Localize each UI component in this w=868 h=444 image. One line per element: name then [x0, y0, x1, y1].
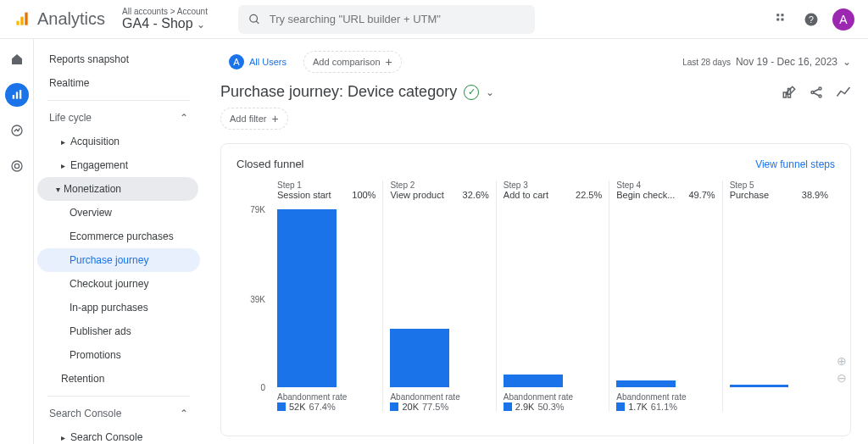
sidebar-promotions[interactable]: Promotions — [37, 343, 200, 367]
search-icon — [248, 13, 261, 26]
sidebar-search-console-sub[interactable]: Search Console — [37, 425, 200, 444]
rail-explore[interactable] — [5, 119, 29, 142]
step-header: Step 3 Add to cart22.5% — [504, 180, 602, 209]
legend-square-icon — [277, 402, 286, 411]
bar-area — [504, 209, 602, 387]
legend-square-icon — [390, 402, 398, 411]
logo[interactable]: Analytics — [14, 9, 105, 29]
funnel-step: Step 1 Session start100% Abandonment rat… — [270, 180, 382, 412]
chevron-up-icon — [180, 408, 188, 419]
legend-square-icon — [504, 402, 512, 411]
svg-rect-1 — [20, 16, 23, 25]
date-range: Nov 19 - Dec 16, 2023 — [736, 56, 837, 68]
svg-rect-12 — [15, 92, 17, 99]
step-header: Step 2 View product32.6% — [390, 180, 488, 209]
sidebar: Reports snapshot Realtime Life cycle Acq… — [34, 39, 203, 444]
step-number: Step 1 — [277, 180, 376, 190]
divider — [47, 396, 190, 397]
search-input[interactable] — [270, 13, 525, 25]
zoom-out-icon[interactable]: ⊖ — [837, 371, 847, 385]
step-completion: 38.9% — [802, 190, 828, 200]
sidebar-realtime[interactable]: Realtime — [37, 71, 200, 95]
svg-text:?: ? — [809, 14, 814, 24]
chevron-down-icon[interactable] — [486, 86, 494, 98]
abandon-label: Abandonment rate — [390, 392, 488, 402]
zoom-in-icon[interactable]: ⊕ — [837, 354, 847, 368]
plus-icon — [271, 112, 278, 125]
rail-reports[interactable] — [5, 83, 29, 107]
analytics-logo-icon — [14, 11, 31, 28]
step-name: Purchase — [730, 190, 769, 200]
rail-advertising[interactable] — [5, 154, 29, 178]
sidebar-publisher[interactable]: Publisher ads — [37, 319, 200, 343]
funnel-bar — [730, 385, 789, 387]
funnel-steps: Step 1 Session start100% Abandonment rat… — [270, 180, 835, 412]
funnel-step: Step 3 Add to cart22.5% Abandonment rate… — [496, 180, 609, 412]
page-title: Purchase journey: Device category — [220, 83, 457, 101]
sidebar-purchase-journey[interactable]: Purchase journey — [37, 248, 200, 272]
step-name: Add to cart — [504, 190, 548, 200]
y-tick: 0 — [260, 383, 265, 392]
insights-icon[interactable] — [836, 85, 851, 100]
sidebar-monetization[interactable]: Monetization — [37, 177, 198, 201]
svg-rect-0 — [16, 20, 19, 25]
abandon-value: 20K — [402, 402, 419, 412]
customize-icon[interactable] — [782, 85, 797, 100]
sidebar-lifecycle[interactable]: Life cycle — [37, 106, 200, 130]
all-users-chip[interactable]: A All Users — [220, 51, 295, 73]
account-selector[interactable]: All accounts > Account GA4 - Shop — [122, 7, 208, 31]
abandon-row: 1.7K61.1% — [616, 402, 715, 412]
card-header: Closed funnel View funnel steps — [236, 158, 835, 170]
share-icon[interactable] — [809, 85, 824, 100]
step-header: Step 1 Session start100% — [277, 180, 376, 209]
funnel-bar — [390, 329, 449, 387]
divider — [47, 100, 190, 101]
avatar[interactable]: A — [832, 8, 854, 31]
step-name: Session start — [277, 190, 331, 200]
sidebar-retention[interactable]: Retention — [37, 367, 200, 391]
step-header: Step 5 Purchase38.9% — [730, 180, 828, 209]
step-completion: 22.5% — [576, 190, 602, 200]
abandon-value: 1.7K — [628, 402, 648, 412]
svg-rect-5 — [776, 14, 779, 16]
add-filter-chip[interactable]: Add filter — [220, 108, 288, 130]
sidebar-engagement[interactable]: Engagement — [37, 153, 200, 177]
svg-rect-6 — [782, 14, 784, 16]
step-number: Step 4 — [616, 180, 715, 190]
step-completion: 32.6% — [463, 190, 489, 200]
title-actions — [782, 85, 851, 100]
sidebar-acquisition[interactable]: Acquisition — [37, 130, 200, 153]
apps-icon[interactable] — [775, 12, 790, 27]
topbar: Analytics All accounts > Account GA4 - S… — [0, 0, 868, 39]
add-comparison-chip[interactable]: Add comparison — [303, 51, 402, 73]
y-axis: 79K39K0 — [236, 180, 270, 387]
rail-home[interactable] — [5, 47, 29, 71]
sidebar-overview[interactable]: Overview — [37, 201, 200, 225]
sidebar-search-console[interactable]: Search Console — [37, 402, 200, 425]
abandon-row: 52K67.4% — [277, 402, 376, 412]
search-bar[interactable] — [238, 5, 535, 34]
date-label: Last 28 days — [682, 58, 731, 67]
main-content: A All Users Add comparison Last 28 days … — [203, 39, 868, 444]
bar-area — [277, 209, 376, 387]
filters-row: A All Users Add comparison Last 28 days … — [220, 51, 851, 73]
sidebar-checkout-journey[interactable]: Checkout journey — [37, 272, 200, 296]
plus-icon — [386, 55, 392, 69]
date-range-picker[interactable]: Last 28 days Nov 19 - Dec 16, 2023 — [682, 56, 851, 68]
step-number: Step 3 — [504, 180, 602, 190]
svg-rect-8 — [782, 18, 784, 20]
sidebar-inapp[interactable]: In-app purchases — [37, 296, 200, 319]
svg-point-21 — [819, 95, 821, 97]
svg-point-15 — [12, 161, 22, 171]
view-funnel-steps-link[interactable]: View funnel steps — [755, 158, 835, 170]
help-icon[interactable]: ? — [804, 12, 819, 27]
topbar-right: ? A — [775, 8, 854, 31]
abandon-label: Abandonment rate — [616, 392, 715, 402]
svg-point-16 — [14, 164, 19, 168]
chevron-down-icon — [843, 56, 851, 68]
sidebar-ecommerce[interactable]: Ecommerce purchases — [37, 225, 200, 248]
status-verified-icon[interactable]: ✓ — [464, 85, 479, 100]
svg-rect-7 — [776, 18, 779, 20]
abandon-pct: 77.5% — [422, 402, 448, 412]
sidebar-snapshot[interactable]: Reports snapshot — [37, 47, 200, 71]
